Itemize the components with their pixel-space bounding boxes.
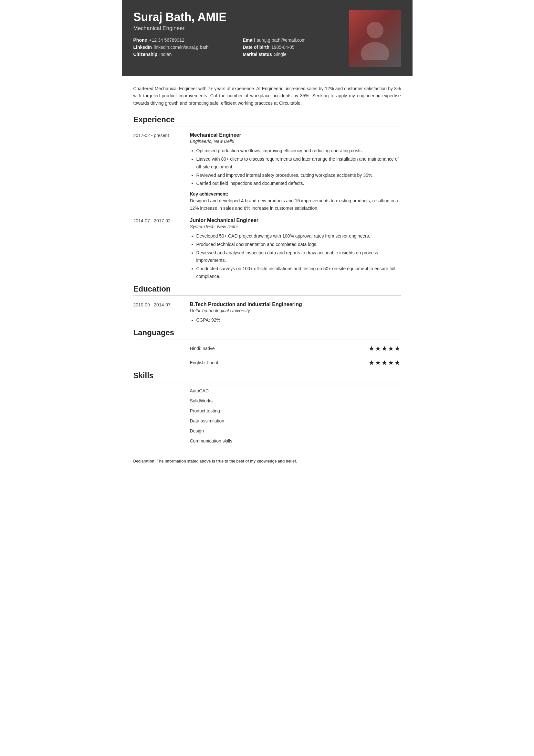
exp2-bullet-4: Conducted surveys on 100+ off-site insta… [196, 265, 401, 281]
email-label: Email [243, 38, 255, 43]
edu1-content: B.Tech Production and Industrial Enginee… [190, 302, 401, 325]
edu1-bullet-1: CGPA: 92% [196, 316, 401, 324]
experience-entry-1: 2017-02 - present Mechanical Engineer En… [134, 132, 401, 212]
skill-3: Product testing [190, 406, 401, 416]
experience-entry-2: 2014-07 - 2017-02 Junior Mechanical Engi… [134, 218, 401, 281]
candidate-name: Suraj Bath, AMIE [134, 10, 340, 24]
header-info: Suraj Bath, AMIE Mechanical Engineer Pho… [134, 10, 340, 57]
citizenship-value: Indian [159, 52, 171, 57]
edu1-bullets: CGPA: 92% [190, 316, 401, 324]
exp2-date: 2014-07 - 2017-02 [134, 218, 190, 281]
exp1-date: 2017-02 - present [134, 132, 190, 212]
linkedin-value: linkedin.com/in/suraj.g.bath [154, 44, 209, 50]
summary-text: Chartered Mechanical Engineer with 7+ ye… [134, 85, 401, 107]
skill-5: Design [190, 426, 401, 436]
exp1-content: Mechanical Engineer Engineeric, New Delh… [190, 132, 401, 212]
exp2-content: Junior Mechanical Engineer SystemTech, N… [190, 218, 401, 281]
exp1-achievement-label: Key achievement: [190, 191, 401, 197]
education-section: Education 2010-09 - 2014-07 B.Tech Produ… [134, 284, 401, 325]
education-title: Education [134, 284, 401, 296]
lang-english-stars: ★★★★★ [369, 359, 401, 366]
phone-label: Phone [134, 38, 147, 43]
languages-section: Languages Hindi: native ★★★★★ English: f… [134, 328, 401, 368]
dob-row: Date of birth 1985-04-05 [243, 44, 340, 50]
skill-1: AutoCAD [190, 386, 401, 396]
contact-grid: Phone +12 34 56789012 Email suraj.g.bath… [134, 38, 340, 57]
skill-2: SolidWorks [190, 396, 401, 406]
lang-hindi-stars: ★★★★★ [369, 344, 401, 352]
phone-row: Phone +12 34 56789012 [134, 38, 230, 43]
languages-title: Languages [134, 328, 401, 339]
photo-placeholder [349, 10, 401, 67]
exp2-bullet-2: Produced technical documentation and com… [196, 241, 401, 249]
lang-item-hindi: Hindi: native ★★★★★ [190, 343, 401, 354]
exp1-job-title: Mechanical Engineer [190, 132, 401, 138]
skills-content-row: AutoCAD SolidWorks Product testing Data … [134, 386, 401, 446]
exp2-bullet-3: Reviewed and analysed inspection data an… [196, 249, 401, 265]
marital-value: Single [274, 52, 287, 57]
exp1-bullet-2: Liaised with 80+ clients to discuss requ… [196, 155, 401, 171]
declaration: Declaration: The information stated abov… [134, 456, 401, 464]
lang-item-english: English: fluent ★★★★★ [190, 358, 401, 368]
edu1-date: 2010-09 - 2014-07 [134, 302, 190, 325]
resume-main: Chartered Mechanical Engineer with 7+ ye… [122, 76, 413, 473]
exp2-job-title: Junior Mechanical Engineer [190, 218, 401, 223]
dob-value: 1985-04-05 [271, 44, 294, 50]
declaration-text: Declaration: The information stated abov… [134, 459, 297, 464]
lang-english-name: English: fluent [190, 360, 218, 365]
citizenship-row: Citizenship Indian [134, 52, 230, 57]
experience-section: Experience 2017-02 - present Mechanical … [134, 115, 401, 281]
exp1-company: Engineeric, New Delhi [190, 139, 401, 144]
exp1-bullet-3: Reviewed and improved internal safety pr… [196, 172, 401, 179]
experience-title: Experience [134, 115, 401, 126]
edu1-school: Delhi Technological University [190, 308, 401, 313]
exp2-bullet-1: Developed 50+ CAD project drawings with … [196, 232, 401, 240]
linkedin-row: LinkedIn linkedin.com/in/suraj.g.bath [134, 44, 230, 50]
candidate-photo [349, 10, 401, 67]
svg-point-0 [367, 22, 383, 39]
skills-list: AutoCAD SolidWorks Product testing Data … [190, 386, 401, 446]
edu1-degree: B.Tech Production and Industrial Enginee… [190, 302, 401, 308]
exp2-company: SystemTech, New Delhi [190, 224, 401, 229]
language-row-1: Hindi: native ★★★★★ [134, 343, 401, 354]
linkedin-label: LinkedIn [134, 44, 152, 50]
skills-title: Skills [134, 371, 401, 382]
lang-hindi-name: Hindi: native [190, 346, 215, 351]
phone-value: +12 34 56789012 [149, 38, 184, 43]
exp1-achievement-text: Designed and developed 4 brand-new produ… [190, 197, 401, 212]
exp1-bullets: Optimised production workflows, improvin… [190, 147, 401, 187]
candidate-title: Mechanical Engineer [134, 25, 340, 32]
marital-label: Marital status [243, 52, 272, 57]
skills-spacer [134, 386, 190, 446]
exp1-bullet-4: Carried out field inspections and docume… [196, 180, 401, 187]
skill-4: Data assimilation [190, 416, 401, 426]
skills-section: Skills AutoCAD SolidWorks Product testin… [134, 371, 401, 446]
resume-header: Suraj Bath, AMIE Mechanical Engineer Pho… [122, 0, 413, 76]
dob-label: Date of birth [243, 44, 269, 50]
exp1-bullet-1: Optimised production workflows, improvin… [196, 147, 401, 155]
email-row: Email suraj.g.bath@email.com [243, 38, 340, 43]
language-row-2: English: fluent ★★★★★ [134, 358, 401, 368]
email-value: suraj.g.bath@email.com [257, 38, 306, 43]
education-entry-1: 2010-09 - 2014-07 B.Tech Production and … [134, 302, 401, 325]
citizenship-label: Citizenship [134, 52, 158, 57]
svg-point-1 [361, 42, 389, 60]
skill-6: Communication skills [190, 436, 401, 446]
marital-row: Marital status Single [243, 52, 340, 57]
exp2-bullets: Developed 50+ CAD project drawings with … [190, 232, 401, 281]
